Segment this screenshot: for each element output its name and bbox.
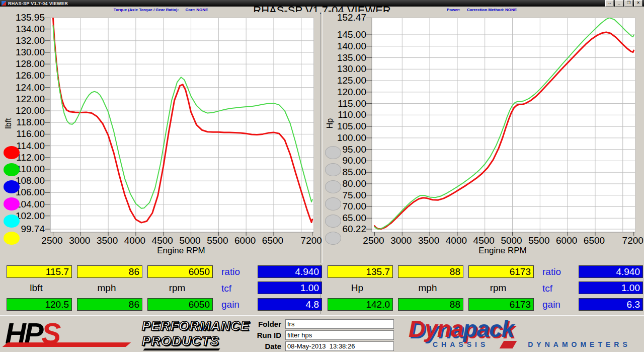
speed-cursor-value-red: 88: [398, 265, 463, 278]
torque-x-tick-label: 4500: [152, 235, 173, 246]
channel-button-blue[interactable]: [4, 180, 20, 193]
torque-y-tick-label: 128.00: [2, 59, 45, 69]
power-y-tick-label: 120.00: [323, 87, 366, 97]
dynapack-logo-part1: Dyna: [409, 316, 463, 342]
power-x-tick-label: 5000: [501, 235, 522, 246]
power-y-tick-label: 140.00: [323, 41, 366, 51]
rpm-unit-label: rpm: [466, 283, 530, 294]
channel-button-disabled-5[interactable]: [325, 215, 341, 228]
torque-cursor-value-red: 115.7: [7, 265, 72, 278]
torque-x-tick-label: 3500: [97, 235, 118, 246]
resize-button[interactable]: ↔: [605, 0, 614, 7]
power-y-tick-label: 125.00: [323, 76, 366, 86]
window-controls: ↔ _ ❐ ✕: [605, 0, 642, 7]
torque-cursor-value-green: 120.5: [7, 298, 72, 311]
power-x-tick-label: 3000: [390, 235, 412, 246]
minimize-button[interactable]: _: [615, 0, 623, 7]
power-data-panel: 135.7 88 6173 Hp mph rpm 142.0 88 6173 r…: [323, 264, 641, 314]
channel-button-disabled-1[interactable]: [325, 146, 341, 159]
torque-x-tick-label: 6000: [234, 235, 256, 246]
dynapack-logo-part2: pack: [463, 316, 514, 342]
channel-button-disabled-6[interactable]: [325, 232, 341, 245]
power-y-tick-label: 145.00: [323, 30, 366, 40]
channel-button-yellow[interactable]: [4, 232, 20, 245]
gain-value: 4.8: [258, 298, 322, 311]
dynapack-dyno-text: DYNAMOMETERS: [528, 340, 631, 348]
hps-tagline: PERFORMANCE PRODUCTS: [142, 318, 250, 348]
channel-button-red[interactable]: [4, 146, 20, 159]
channel-button-magenta[interactable]: [4, 197, 20, 210]
tcf-label: tcf: [542, 283, 552, 294]
run-id-input[interactable]: [285, 330, 394, 340]
channel-button-disabled-2[interactable]: [325, 163, 341, 176]
footer-bar: HPS PERFORMANCE PRODUCTS Folder Run ID D…: [0, 315, 644, 352]
speed-unit-label: mph: [395, 283, 460, 294]
dynapack-chassis-text: CHASSIS: [433, 340, 489, 348]
power-x-axis-title: Engine RPM: [371, 246, 634, 256]
torque-x-tick-label: 6500: [262, 235, 283, 246]
speed-cursor-value-green: 88: [398, 298, 463, 311]
speed-cursor-value-green: 86: [77, 298, 142, 311]
gain-value: 6.3: [579, 298, 643, 311]
power-y-axis-unit: Hp: [326, 108, 335, 138]
power-cursor-value-red: 135.7: [328, 265, 393, 278]
power-plot-area: [365, 18, 635, 236]
power-y-tick-label: 135.00: [323, 53, 366, 63]
speed-unit-label: mph: [74, 283, 139, 294]
ratio-label: ratio: [221, 266, 240, 277]
power-x-tick-label: 2500: [363, 235, 384, 246]
titlebar-title: RHAS-SP V1.7-04 VIEWER: [8, 1, 68, 6]
torque-y-tick-label: 135.95: [2, 13, 45, 23]
torque-x-tick-label: 4000: [124, 235, 145, 246]
power-y-tick-label: 115.00: [323, 99, 366, 109]
ratio-value: 4.940: [579, 265, 643, 278]
channel-button-disabled-3[interactable]: [325, 180, 341, 193]
app-window: RHAS-SP V1.7-04 VIEWER ↔ _ ❐ ✕ RHAS-SP V…: [0, 0, 644, 352]
rpm-unit-label: rpm: [145, 283, 209, 294]
window-titlebar[interactable]: RHAS-SP V1.7-04 VIEWER ↔ _ ❐ ✕: [0, 0, 644, 7]
app-icon: [2, 1, 6, 6]
tcf-label: tcf: [221, 283, 231, 294]
date-label: Date: [249, 342, 281, 350]
torque-chart-panel: 135.95134.00132.00130.00128.00126.00124.…: [2, 12, 320, 263]
torque-x-tick-label: 3000: [69, 235, 90, 246]
run-info-form: Folder Run ID Date: [249, 319, 394, 352]
power-x-tick-label: 5500: [528, 235, 549, 246]
torque-x-tick-label: 5000: [179, 235, 200, 246]
ratio-label: ratio: [542, 266, 561, 277]
ratio-value: 4.940: [258, 265, 322, 278]
power-x-tick-label: 3500: [418, 235, 439, 246]
torque-y-axis-unit: lbft: [4, 108, 13, 138]
power-chart-panel: 152.47145.00140.00135.00130.00125.00120.…: [323, 12, 641, 263]
hps-underline: [143, 348, 220, 350]
close-button[interactable]: ✕: [634, 0, 642, 7]
torque-x-tick-label: 2500: [41, 235, 62, 246]
torque-y-tick-label: 132.00: [2, 36, 45, 46]
torque-y-tick-label: 134.00: [2, 24, 45, 34]
torque-x-tick-label: 5500: [207, 235, 228, 246]
rpm-cursor-value-red: 6173: [468, 265, 534, 278]
power-x-tick-label: 7200: [622, 235, 643, 246]
torque-data-panel: 115.7 86 6050 lbft mph rpm 120.5 86 6050…: [2, 264, 320, 314]
rpm-cursor-value-red: 6050: [147, 265, 213, 278]
dynapack-logo: Dynapack CHASSIS DYNAMOMETERS: [409, 315, 640, 351]
channel-button-green[interactable]: [4, 163, 20, 176]
gain-label: gain: [221, 299, 239, 310]
channel-button-disabled-4[interactable]: [325, 197, 341, 210]
tcf-value: 1.00: [258, 281, 322, 294]
torque-x-axis-title: Engine RPM: [49, 246, 313, 256]
power-x-tick-label: 4500: [473, 235, 495, 246]
speed-cursor-value-red: 86: [77, 265, 142, 278]
power-x-tick-label: 6500: [584, 235, 605, 246]
torque-unit-label: lbft: [4, 283, 68, 294]
power-unit-label: Hp: [325, 283, 389, 294]
torque-chart-header: Torque (Axle Torque / Gear Ratio): Corr:…: [2, 8, 320, 12]
channel-button-cyan[interactable]: [4, 215, 20, 228]
folder-input[interactable]: [285, 319, 394, 329]
rpm-cursor-value-green: 6173: [468, 298, 534, 311]
date-input[interactable]: [285, 341, 394, 351]
restore-button[interactable]: ❐: [624, 0, 633, 7]
gain-label: gain: [542, 299, 560, 310]
hps-swoosh: [3, 342, 131, 347]
hps-tagline-line2: PRODUCTS: [142, 333, 250, 348]
